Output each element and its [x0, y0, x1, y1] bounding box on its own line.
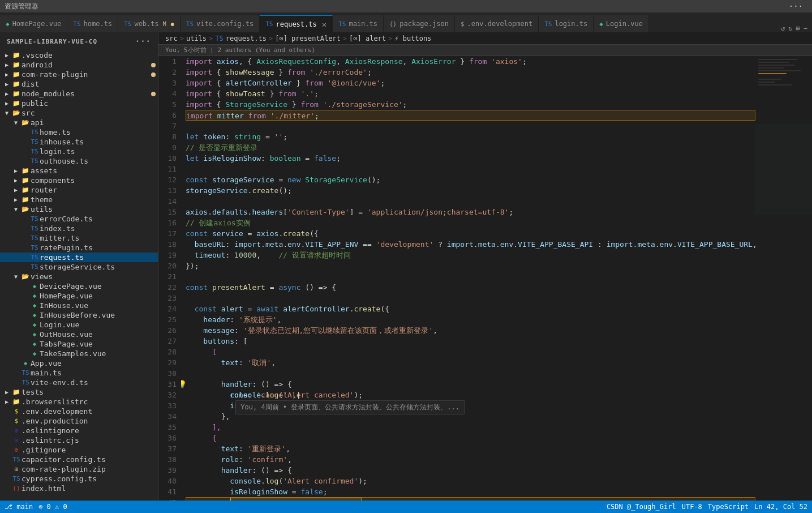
tab-login-ts[interactable]: TS login.ts [539, 15, 594, 32]
redo-icon[interactable]: ↻ [788, 24, 792, 32]
tree-item-login-vue[interactable]: ▶ ◆ Login.vue [0, 320, 158, 330]
tree-item-components[interactable]: ▶ 📁 components [0, 176, 158, 185]
dots-icon[interactable]: ··· [789, 2, 803, 11]
tab-main-ts[interactable]: TS main.ts [333, 15, 384, 32]
tree-item-android[interactable]: ▶ 📁 android [0, 60, 158, 70]
undo-icon[interactable]: ↺ [781, 24, 785, 32]
encoding: UTF-8 [682, 503, 702, 511]
tree-item-request-ts[interactable]: ▶ TS request.ts [0, 253, 158, 262]
line-col: Ln 42, Col 52 [754, 503, 807, 511]
tree-item-public[interactable]: ▶ 📁 public [0, 99, 158, 108]
tab-web-ts[interactable]: TS web.ts M [118, 15, 181, 32]
tree-item-capacitor-ts[interactable]: ▶ TS capacitor.config.ts [0, 455, 158, 464]
tree-item-inhousebefore-vue[interactable]: ▶ ◆ InHouseBefore.vue [0, 310, 158, 320]
vue-icon: ◆ [29, 331, 40, 338]
code-lines[interactable]: import axios, { AxiosRequestConfig, Axio… [181, 56, 755, 501]
folder-icon: 📁 [11, 71, 22, 78]
git-info-bar: You, 5小时前 | 2 authors (You and others) [158, 45, 812, 56]
git-branch[interactable]: ⎇ main [5, 503, 33, 511]
tree-item-cypress-ts[interactable]: ▶ TS cypress.config.ts [0, 474, 158, 484]
svg-rect-7 [758, 79, 781, 80]
tree-item-router[interactable]: ▶ 📁 router [0, 185, 158, 195]
tab-env-dev[interactable]: $ .env.development [455, 15, 539, 32]
tree-item-rateplugin-ts[interactable]: ▶ TS ratePugin.ts [0, 243, 158, 253]
ts-icon: TS [20, 369, 31, 377]
folder-arrow: ▶ [2, 389, 11, 395]
tree-item-homepage-vue[interactable]: ▶ ◆ HomePage.vue [0, 291, 158, 301]
line-num-3: 3 [165, 78, 177, 88]
tree-item-com-rate[interactable]: ▶ 📁 com-rate-plugin [0, 70, 158, 79]
folder-arrow: ▶ [2, 81, 11, 87]
tree-item-comrate-zip[interactable]: ▶ ⊞ com-rate-plugin.zip [0, 464, 158, 474]
git-tooltip: You, 4周前 • 登录页面、公共请求方法封装、公共存储方法封装、... [235, 400, 465, 414]
tree-item-views[interactable]: ▼ 📂 views [0, 272, 158, 281]
tree-item-takesamples-vue[interactable]: ▶ ◆ TakeSamples.vue [0, 349, 158, 358]
tree-item-node-modules[interactable]: ▶ 📁 node_modules [0, 89, 158, 99]
git-info-text: You, 5小时前 | 2 authors (You and others) [165, 46, 315, 54]
code-line-5: import { StorageService } from './storag… [186, 99, 755, 110]
tab-home-ts[interactable]: TS home.ts [67, 15, 118, 32]
tree-item-tabspage-vue[interactable]: ▶ ◆ TabsPage.vue [0, 339, 158, 349]
tree-item-app-vue[interactable]: ▶ ◆ App.vue [0, 358, 158, 368]
tree-item-dist[interactable]: ▶ 📁 dist [0, 79, 158, 89]
more-icon[interactable]: ⋯ [804, 24, 807, 32]
tree-item-home-ts[interactable]: ▶ TS home.ts [0, 127, 158, 137]
sidebar: SAMPLE-LIBRARY-VUE-CQ ··· ▶ 📁 .vscode ▶ … [0, 32, 158, 501]
tab-login-vue[interactable]: ◆ Login.vue [594, 15, 649, 32]
error-count[interactable]: ⊗ 0 ⚠ 0 [38, 503, 67, 511]
split-icon[interactable]: ⊞ [796, 24, 800, 32]
tree-item-login-ts[interactable]: ▶ TS login.ts [0, 147, 158, 156]
modified-dot [151, 92, 156, 96]
tree-item-env-prod[interactable]: ▶ $ .env.production [0, 416, 158, 426]
tree-item-outhouse-ts[interactable]: ▶ TS outhouse.ts [0, 156, 158, 166]
tab-package-json[interactable]: {} package.json [384, 15, 455, 32]
code-line-39: handler: () => { [186, 465, 755, 476]
ts-icon: TS [11, 475, 22, 482]
tree-item-eslintignore[interactable]: ▶ ⊙ .eslintignore [0, 426, 158, 435]
tree-item-main-ts[interactable]: ▶ TS main.ts [0, 368, 158, 378]
tree-item-theme[interactable]: ▶ 📁 theme [0, 195, 158, 204]
tree-item-browserslistrc[interactable]: ▶ 📁 .browserslistrc [0, 397, 158, 407]
line-num-35: 35 [165, 422, 177, 433]
vue-icon: ◆ [29, 283, 40, 290]
tree-item-index-ts[interactable]: ▶ TS index.ts [0, 224, 158, 233]
vue-icon: ◆ [29, 292, 40, 300]
tree-item-inhouse-vue[interactable]: ▶ ◆ InHouse.vue [0, 301, 158, 310]
line-num-37: 37 [165, 443, 177, 454]
tab-request-ts[interactable]: TS request.ts ✕ [260, 15, 333, 32]
tree-item-api[interactable]: ▼ 📂 api [0, 118, 158, 127]
code-editor[interactable]: 1 2 3 4 5 6 7 8 9 10 11 12 13 14 15 16 1… [158, 56, 812, 501]
folder-arrow: ▶ [11, 168, 20, 174]
tree-item-outhouse-vue[interactable]: ▶ ◆ OutHouse.vue [0, 330, 158, 339]
tree-item-env-dev[interactable]: ▶ $ .env.development [0, 407, 158, 416]
code-line-27: buttons: [ [186, 336, 755, 347]
tree-item-storageservice-ts[interactable]: ▶ TS storageService.ts [0, 262, 158, 272]
tree-item-vite-env[interactable]: ▶ TS vite-env.d.ts [0, 378, 158, 387]
svg-rect-0 [755, 56, 812, 452]
tree-item-errorcode[interactable]: ▶ TS errorCode.ts [0, 214, 158, 224]
breadcrumb-sep: > [343, 35, 347, 42]
tree-item-src[interactable]: ▼ 📂 src [0, 108, 158, 118]
language-mode[interactable]: TypeScript [708, 503, 749, 511]
sidebar-options-icon[interactable]: ··· [135, 37, 151, 46]
tree-item-index-html[interactable]: ▶ ⟨⟩ index.html [0, 484, 158, 493]
tree-item-mitter-ts[interactable]: ▶ TS mitter.ts [0, 233, 158, 243]
tree-item-vscode[interactable]: ▶ 📁 .vscode [0, 50, 158, 60]
tab-vite-config[interactable]: TS vite.config.ts [181, 15, 260, 32]
env-icon: $ [461, 20, 465, 28]
tree-item-gitignore[interactable]: ▶ ⊘ .gitignore [0, 445, 158, 455]
tree-item-inhouse-ts[interactable]: ▶ TS inhouse.ts [0, 137, 158, 147]
breadcrumb: src > utils > TS request.ts > [⊙] presen… [158, 32, 812, 45]
tree-item-devicepage[interactable]: ▶ ◆ DevicePage.vue [0, 281, 158, 291]
code-line-8: let token: string = ''; [186, 131, 755, 142]
tree-item-utils[interactable]: ▼ 📂 utils [0, 204, 158, 214]
folder-arrow: ▶ [2, 62, 11, 68]
ts-icon: TS [29, 129, 40, 136]
line-num-26: 26 [165, 325, 177, 336]
tree-item-assets[interactable]: ▶ 📁 assets [0, 166, 158, 176]
tree-item-tests[interactable]: ▶ 📁 tests [0, 387, 158, 397]
code-line-18: baseURL: import.meta.env.VITE_APP_ENV ==… [186, 239, 755, 250]
tree-item-eslintrc[interactable]: ▶ ⊙ .eslintrc.cjs [0, 435, 158, 445]
tab-close-icon[interactable]: ✕ [322, 20, 326, 29]
tab-homepage-vue[interactable]: ◆ HomePage.vue [0, 15, 67, 32]
